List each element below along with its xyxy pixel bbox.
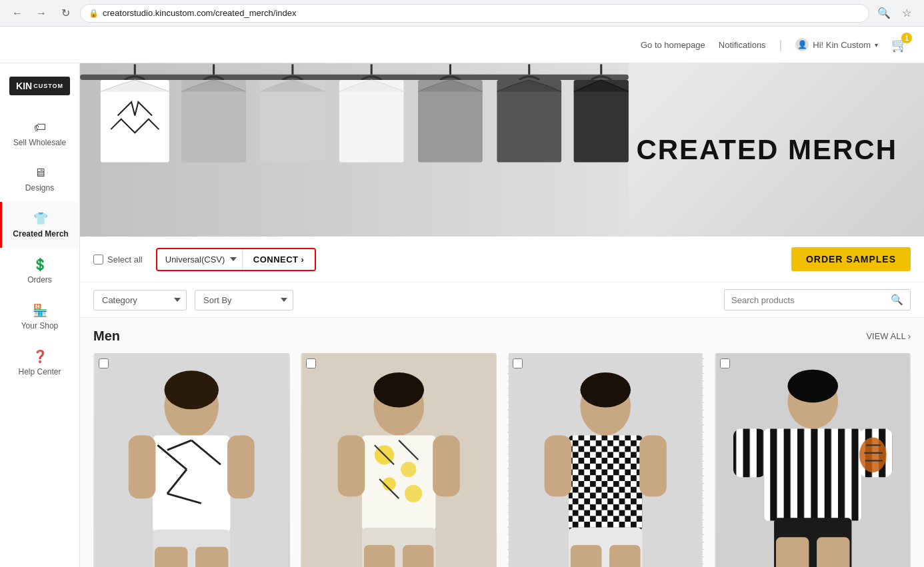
svg-rect-30 bbox=[195, 547, 228, 567]
user-menu-chevron-icon: ▾ bbox=[875, 41, 878, 49]
product-image-3 bbox=[507, 353, 704, 567]
svg-rect-16 bbox=[574, 80, 629, 162]
sidebar-item-your-shop[interactable]: 🏪 Your Shop bbox=[0, 294, 79, 340]
svg-rect-26 bbox=[129, 436, 156, 499]
svg-point-36 bbox=[401, 462, 416, 477]
connect-button[interactable]: CONNECT › bbox=[242, 249, 315, 270]
men-view-all-link[interactable]: VIEW ALL › bbox=[866, 331, 911, 341]
user-menu[interactable]: 👤 Hi! Kin Custom ▾ bbox=[795, 38, 878, 51]
search-products-wrap: 🔍 bbox=[724, 289, 911, 310]
svg-rect-46 bbox=[403, 545, 434, 567]
select-all-label[interactable]: Select all bbox=[107, 255, 143, 265]
sidebar-item-sell-wholesale-label: Sell Wholesale bbox=[13, 138, 66, 147]
connect-section: Universal(CSV) Shopify WooCommerce Etsy … bbox=[156, 248, 317, 271]
svg-rect-55 bbox=[639, 436, 667, 497]
product-checkbox-2[interactable] bbox=[306, 358, 316, 368]
product-card-4[interactable] bbox=[715, 353, 911, 567]
sidebar-item-sell-wholesale[interactable]: 🏷 Sell Wholesale bbox=[0, 111, 79, 157]
your-shop-icon: 🏪 bbox=[33, 303, 47, 318]
svg-rect-42 bbox=[337, 436, 365, 497]
orders-icon: 💲 bbox=[33, 257, 47, 272]
sidebar-item-orders[interactable]: 💲 Orders bbox=[0, 248, 79, 294]
svg-rect-2 bbox=[80, 75, 629, 80]
svg-rect-57 bbox=[571, 545, 602, 567]
connect-label: CONNECT bbox=[253, 255, 299, 265]
svg-rect-43 bbox=[433, 436, 460, 497]
connect-arrow-icon: › bbox=[301, 255, 305, 265]
product-image-1 bbox=[93, 353, 290, 567]
search-products-input[interactable] bbox=[731, 295, 887, 305]
cart-button[interactable]: 🛒 1 bbox=[891, 37, 908, 53]
svg-rect-4 bbox=[101, 80, 169, 162]
svg-point-49 bbox=[580, 372, 631, 407]
refresh-button[interactable]: ↻ bbox=[56, 4, 75, 23]
platform-select[interactable]: Universal(CSV) Shopify WooCommerce Etsy bbox=[157, 249, 242, 270]
lock-icon: 🔒 bbox=[89, 9, 99, 18]
select-all-checkbox[interactable] bbox=[93, 255, 103, 265]
svg-point-61 bbox=[787, 370, 838, 402]
svg-rect-58 bbox=[609, 545, 641, 567]
header-divider: | bbox=[779, 38, 783, 52]
svg-point-19 bbox=[165, 370, 219, 409]
search-browser-button[interactable]: 🔍 bbox=[875, 4, 893, 23]
order-samples-button[interactable]: ORDER SAMPLES bbox=[791, 247, 911, 271]
bookmark-button[interactable]: ☆ bbox=[897, 4, 916, 23]
sidebar-item-help-center[interactable]: ❓ Help Center bbox=[0, 340, 79, 386]
category-select[interactable]: Category Men Women Kids bbox=[93, 290, 187, 310]
main-content: CREATED MERCH Select all Universal(CSV) … bbox=[80, 63, 924, 567]
hero-title: CREATED MERCH bbox=[636, 135, 897, 165]
product-card-3[interactable] bbox=[507, 353, 704, 567]
product-checkbox-1[interactable] bbox=[99, 358, 109, 368]
products-grid bbox=[93, 353, 911, 567]
sidebar-item-orders-label: Orders bbox=[27, 275, 52, 284]
sidebar: KIN CUSTOM 🏷 Sell Wholesale 🖥 Designs 👕 … bbox=[0, 63, 80, 567]
sidebar-item-help-center-label: Help Center bbox=[18, 367, 61, 376]
svg-rect-75 bbox=[817, 537, 849, 567]
sidebar-logo: KIN CUSTOM bbox=[9, 77, 70, 95]
svg-rect-14 bbox=[497, 80, 561, 162]
products-area: Men VIEW ALL › bbox=[80, 318, 924, 567]
browser-chrome: ← → ↻ 🔒 creatorstudio.kincustom.com/crea… bbox=[0, 0, 924, 27]
logo-box: KIN CUSTOM bbox=[9, 77, 70, 95]
go-to-homepage-link[interactable]: Go to homepage bbox=[641, 40, 705, 50]
product-checkbox-3[interactable] bbox=[513, 358, 523, 368]
svg-rect-34 bbox=[361, 436, 435, 531]
view-all-label: VIEW ALL bbox=[866, 331, 905, 341]
product-checkbox-4[interactable] bbox=[720, 358, 730, 368]
sidebar-item-created-merch-label: Created Merch bbox=[13, 229, 68, 239]
sidebar-item-designs[interactable]: 🖥 Designs bbox=[0, 157, 79, 202]
svg-rect-6 bbox=[181, 80, 246, 162]
controls-bar: Select all Universal(CSV) Shopify WooCom… bbox=[80, 237, 924, 283]
logo-custom-text: CUSTOM bbox=[33, 83, 63, 89]
username-label: Hi! Kin Custom bbox=[813, 40, 871, 50]
help-center-icon: ❓ bbox=[33, 349, 47, 364]
product-card-2[interactable] bbox=[301, 353, 497, 567]
sidebar-item-created-merch[interactable]: 👕 Created Merch bbox=[0, 202, 79, 248]
back-button[interactable]: ← bbox=[8, 4, 27, 23]
product-card-1[interactable] bbox=[93, 353, 290, 567]
select-all-wrap: Select all bbox=[93, 255, 143, 265]
men-section-header: Men VIEW ALL › bbox=[93, 328, 911, 344]
svg-point-33 bbox=[373, 372, 424, 407]
svg-rect-74 bbox=[775, 537, 808, 567]
notifications-link[interactable]: Notifications bbox=[719, 40, 766, 50]
top-header: Go to homepage Notifications | 👤 Hi! Kin… bbox=[0, 27, 924, 63]
sort-by-select[interactable]: Sort By Newest Oldest Price: Low to High… bbox=[195, 290, 293, 310]
forward-button[interactable]: → bbox=[32, 4, 51, 23]
men-section-title: Men bbox=[93, 328, 120, 344]
created-merch-icon: 👕 bbox=[33, 211, 48, 226]
svg-rect-12 bbox=[418, 80, 483, 162]
sell-wholesale-icon: 🏷 bbox=[34, 121, 46, 135]
search-products-icon: 🔍 bbox=[891, 294, 903, 306]
svg-point-38 bbox=[404, 485, 421, 502]
filters-bar: Category Men Women Kids Sort By Newest O… bbox=[80, 283, 924, 318]
designs-icon: 🖥 bbox=[34, 166, 46, 180]
logo-kin-text: KIN bbox=[16, 81, 32, 91]
product-image-4 bbox=[715, 353, 911, 567]
hero-banner: CREATED MERCH bbox=[80, 63, 924, 237]
svg-rect-27 bbox=[227, 436, 255, 499]
svg-rect-10 bbox=[339, 80, 404, 162]
svg-rect-66 bbox=[733, 428, 765, 477]
address-bar[interactable]: 🔒 creatorstudio.kincustom.com/created_me… bbox=[80, 4, 869, 23]
view-all-arrow-icon: › bbox=[908, 331, 911, 341]
